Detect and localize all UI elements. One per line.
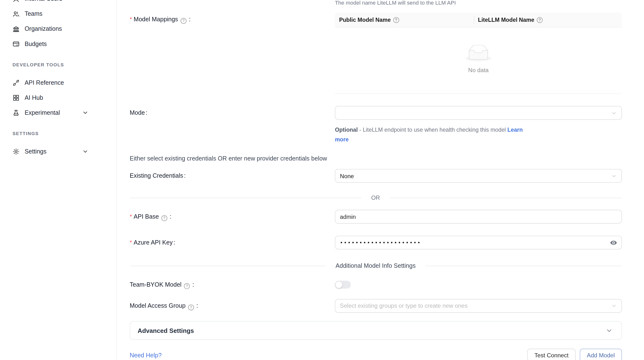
sidebar-item-label: Budgets xyxy=(25,40,47,47)
sidebar-item-label: Experimental xyxy=(25,109,60,116)
sidebar-item-label: Internal Users xyxy=(25,0,62,2)
test-connect-button[interactable]: Test Connect xyxy=(527,348,576,360)
divider-line xyxy=(390,198,622,198)
mode-label: Mode: xyxy=(130,106,335,117)
eye-icon[interactable] xyxy=(610,239,617,246)
credentials-note: Either select existing credentials OR en… xyxy=(130,154,622,162)
sidebar-item-api-reference[interactable]: API Reference xyxy=(0,75,116,90)
help-icon[interactable]: ? xyxy=(393,17,399,23)
team-byok-row: Team-BYOK Model?: xyxy=(130,280,622,289)
flask-icon xyxy=(12,109,20,116)
advanced-settings-title: Advanced Settings xyxy=(138,327,194,334)
form-footer: Need Help? Test Connect Add Model xyxy=(130,348,622,360)
app-root: Internal Users Teams Organizations Budge… xyxy=(0,0,644,360)
model-access-group-select[interactable]: Select existing groups or type to create… xyxy=(335,299,622,313)
sidebar-item-settings[interactable]: Settings xyxy=(0,144,116,159)
toggle-knob xyxy=(335,281,342,288)
additional-info-divider: Additional Model Info Settings xyxy=(130,261,622,270)
user-icon xyxy=(12,0,20,2)
help-icon[interactable]: ? xyxy=(184,283,190,289)
team-byok-toggle[interactable] xyxy=(335,280,350,288)
model-access-group-label: Model Access Group?: xyxy=(130,299,335,310)
chevron-down-icon xyxy=(612,173,617,178)
advanced-settings-panel[interactable]: Advanced Settings xyxy=(130,321,622,340)
api-plug-icon xyxy=(12,79,20,86)
existing-credentials-value: None xyxy=(340,172,354,179)
sidebar-item-experimental[interactable]: Experimental xyxy=(0,105,116,120)
table-header: Public Model Name ? LiteLLM Model Name ? xyxy=(335,12,622,28)
sidebar-item-internal-users[interactable]: Internal Users xyxy=(0,0,116,6)
bank-icon xyxy=(12,25,20,32)
help-icon[interactable]: ? xyxy=(180,18,186,24)
divider-line xyxy=(130,198,361,198)
help-icon[interactable]: ? xyxy=(537,17,542,23)
sidebar: Internal Users Teams Organizations Budge… xyxy=(0,0,117,360)
divider-line xyxy=(130,266,326,266)
chevron-down-icon xyxy=(612,303,617,308)
litellm-model-helper-text: The model name LiteLLM will send to the … xyxy=(335,0,622,6)
model-mappings-table: Public Model Name ? LiteLLM Model Name ? xyxy=(335,12,622,94)
model-access-group-placeholder: Select existing groups or type to create… xyxy=(340,302,468,309)
teams-icon xyxy=(12,10,20,17)
sidebar-section-developer-tools: DEVELOPER TOOLS xyxy=(12,61,116,68)
mode-select[interactable] xyxy=(335,106,622,120)
table-empty-state: No data xyxy=(335,28,622,94)
existing-credentials-row: Existing Credentials: None xyxy=(130,169,622,183)
required-asterisk: * xyxy=(130,16,132,22)
add-model-form: The model name LiteLLM will send to the … xyxy=(117,0,644,360)
azure-api-key-label: *Azure API Key: xyxy=(130,236,335,246)
mode-help-text: Optional - LiteLLM endpoint to use when … xyxy=(335,125,531,144)
grid-icon xyxy=(12,94,20,101)
mode-row: Mode: Optional - LiteLLM endpoint to use… xyxy=(130,106,622,144)
column-header-litellm-model-name: LiteLLM Model Name ? xyxy=(474,12,622,27)
team-byok-label: Team-BYOK Model?: xyxy=(130,280,335,289)
azure-api-key-row: *Azure API Key: xyxy=(130,236,622,249)
sidebar-item-label: Settings xyxy=(25,148,46,155)
azure-api-key-input[interactable] xyxy=(335,236,622,249)
help-icon[interactable]: ? xyxy=(188,304,194,310)
chevron-down-icon xyxy=(612,110,617,116)
add-model-button[interactable]: Add Model xyxy=(580,348,622,360)
api-base-input[interactable] xyxy=(335,210,622,224)
sidebar-item-organizations[interactable]: Organizations xyxy=(0,21,116,36)
model-mappings-row: *Model Mappings?: Public Model Name ? Li… xyxy=(130,12,622,94)
gear-icon xyxy=(12,148,20,155)
sidebar-item-teams[interactable]: Teams xyxy=(0,6,116,21)
empty-inbox-icon xyxy=(466,45,492,62)
chevron-down-icon xyxy=(82,149,88,154)
sidebar-item-label: AI Hub xyxy=(25,94,43,101)
additional-info-divider-text: Additional Model Info Settings xyxy=(326,262,426,269)
api-base-row: *API Base?: xyxy=(130,210,622,224)
help-icon[interactable]: ? xyxy=(162,215,167,221)
divider-line xyxy=(426,266,622,266)
credit-card-icon xyxy=(12,40,20,47)
need-help-link[interactable]: Need Help? xyxy=(130,352,162,359)
or-divider: OR xyxy=(130,193,622,202)
api-base-label: *API Base?: xyxy=(130,210,335,221)
model-access-group-row: Model Access Group?: Select existing gro… xyxy=(130,299,622,313)
or-divider-text: OR xyxy=(361,194,390,201)
required-asterisk: * xyxy=(130,239,132,246)
model-mappings-label: *Model Mappings?: xyxy=(130,12,335,24)
sidebar-item-label: API Reference xyxy=(25,79,64,86)
sidebar-item-label: Teams xyxy=(25,10,42,17)
sidebar-section-settings: SETTINGS xyxy=(12,130,116,137)
chevron-down-icon xyxy=(606,327,612,334)
column-header-public-model-name: Public Model Name ? xyxy=(335,12,474,27)
no-data-text: No data xyxy=(468,67,488,74)
sidebar-item-label: Organizations xyxy=(25,26,62,32)
chevron-down-icon xyxy=(82,110,88,115)
sidebar-item-ai-hub[interactable]: AI Hub xyxy=(0,90,116,105)
existing-credentials-label: Existing Credentials: xyxy=(130,169,335,180)
sidebar-item-budgets[interactable]: Budgets xyxy=(0,36,116,51)
required-asterisk: * xyxy=(130,213,132,220)
existing-credentials-select[interactable]: None xyxy=(335,169,622,183)
